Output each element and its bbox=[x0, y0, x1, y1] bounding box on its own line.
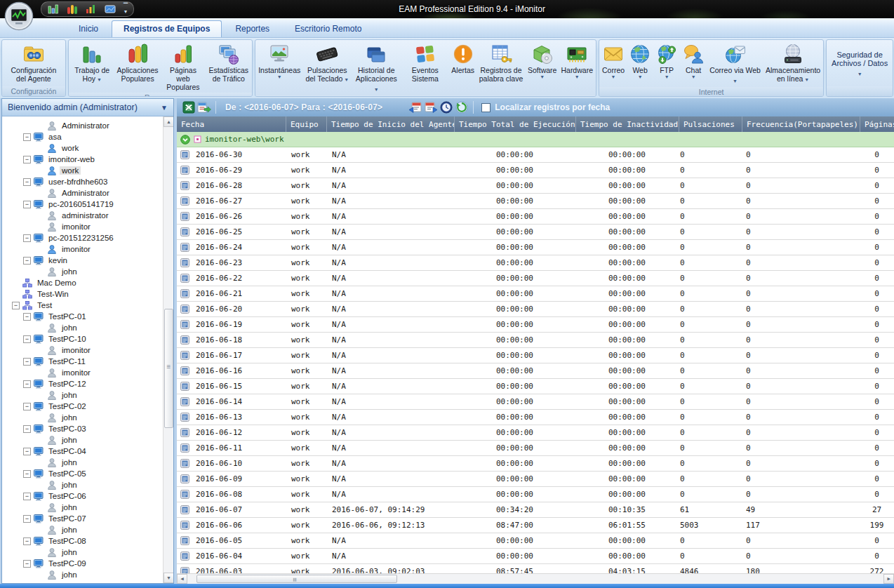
tree-expander-icon[interactable]: − bbox=[23, 358, 31, 366]
tree-item-testpc-09[interactable]: −TestPC-09 bbox=[2, 558, 173, 569]
tree-item-testpc-02[interactable]: −TestPC-02 bbox=[2, 401, 173, 412]
tree-expander-icon[interactable]: − bbox=[23, 515, 31, 523]
collapse-group-icon[interactable] bbox=[180, 135, 190, 145]
tree-item-john[interactable]: john bbox=[2, 389, 173, 401]
tree-item-john[interactable]: john bbox=[2, 412, 173, 423]
ribbon-button-configuraci-n-del-agente[interactable]: Configuración del Agente bbox=[4, 41, 64, 86]
table-row-2016-06-15[interactable]: 2016-06-15workN/A00:00:0000:00:00000 bbox=[177, 379, 894, 394]
ribbon-button-aplicaciones-populares[interactable]: Aplicaciones Populares bbox=[115, 41, 161, 93]
column-header-p-ginas[interactable]: Páginas bbox=[860, 116, 894, 132]
tree-item-testpc-11[interactable]: −TestPC-11 bbox=[2, 356, 173, 367]
prev-date-icon[interactable] bbox=[408, 100, 423, 114]
tree-expander-icon[interactable]: − bbox=[23, 335, 31, 343]
ribbon-button-alertas[interactable]: Alertas bbox=[449, 41, 476, 95]
refresh-icon[interactable] bbox=[454, 100, 469, 114]
table-row-2016-06-09[interactable]: 2016-06-09workN/A00:00:0000:00:00000 bbox=[177, 472, 894, 487]
table-row-2016-06-30[interactable]: 2016-06-30workN/A00:00:0000:00:00000 bbox=[177, 147, 894, 163]
tree-item-asa[interactable]: −asa bbox=[2, 131, 173, 142]
tree-item-john[interactable]: john bbox=[2, 569, 173, 580]
table-row-2016-06-27[interactable]: 2016-06-27workN/A00:00:0000:00:00000 bbox=[177, 194, 894, 209]
ribbon-button-eventos-sistema[interactable]: Eventos Sistema bbox=[401, 41, 449, 95]
column-header-tiempo-de-inicio-del-agente[interactable]: Tiempo de Inicio del Agente bbox=[326, 116, 454, 132]
tree-item-john[interactable]: john bbox=[2, 524, 173, 535]
table-row-2016-06-25[interactable]: 2016-06-25workN/A00:00:0000:00:00000 bbox=[177, 225, 894, 240]
ribbon-button-software[interactable]: Software▼ bbox=[526, 41, 559, 95]
tree-item-administrator[interactable]: Administrator bbox=[2, 187, 173, 199]
tab-escritorio-remoto[interactable]: Escritorio Remoto bbox=[283, 20, 373, 37]
tree-item-test-win[interactable]: Test-Win bbox=[2, 288, 173, 300]
table-row-2016-06-23[interactable]: 2016-06-23workN/A00:00:0000:00:00000 bbox=[177, 255, 894, 271]
tree-item-testpc-06[interactable]: −TestPC-06 bbox=[2, 490, 173, 502]
column-header-frecuencia-portapapeles[interactable]: Frecuencia(Portapapeles) bbox=[742, 116, 860, 132]
ribbon-button-historial-de-aplicaciones[interactable]: Historial de Aplicaciones ▼ bbox=[352, 41, 401, 95]
tree-expander-icon[interactable]: − bbox=[23, 425, 31, 433]
table-row-2016-06-07[interactable]: 2016-06-07work2016-06-07, 09:14:2900:34:… bbox=[177, 502, 894, 518]
tree-expander-icon[interactable]: − bbox=[23, 493, 31, 500]
table-row-2016-06-11[interactable]: 2016-06-11workN/A00:00:0000:00:00000 bbox=[177, 441, 894, 456]
ribbon-button-ftp[interactable]: FTP▼ bbox=[653, 41, 680, 87]
group-state-icon[interactable] bbox=[194, 135, 201, 143]
scroll-right-arrow[interactable]: ▶ bbox=[883, 574, 894, 584]
tree-expander-icon[interactable]: − bbox=[23, 380, 31, 388]
qat-chart-color-icon[interactable] bbox=[65, 2, 80, 16]
tree-item-john[interactable]: john bbox=[2, 547, 173, 558]
ribbon-button-chat[interactable]: Chat▼ bbox=[680, 41, 707, 87]
tree-expander-icon[interactable]: − bbox=[23, 133, 31, 141]
tree-item-work[interactable]: work bbox=[2, 165, 173, 176]
tree-item-testpc-10[interactable]: −TestPC-10 bbox=[2, 333, 173, 345]
tree-item-imonitor[interactable]: imonitor bbox=[2, 367, 173, 378]
tree-item-john[interactable]: john bbox=[2, 502, 173, 513]
tree-expander-icon[interactable]: − bbox=[23, 470, 31, 478]
ribbon-button-pulsaciones-del-teclado[interactable]: Pulsaciones del Teclado ▼ bbox=[302, 41, 352, 95]
next-date-icon[interactable] bbox=[423, 100, 439, 114]
tab-inicio[interactable]: Inicio bbox=[67, 20, 110, 37]
tree-item-testpc-05[interactable]: −TestPC-05 bbox=[2, 468, 173, 479]
table-row-2016-06-28[interactable]: 2016-06-28workN/A00:00:0000:00:00000 bbox=[177, 178, 894, 194]
table-row-2016-06-24[interactable]: 2016-06-24workN/A00:00:0000:00:00000 bbox=[177, 240, 894, 255]
h-scrollbar-thumb[interactable] bbox=[196, 575, 397, 583]
tree-item-imonitor-web[interactable]: −imonitor-web bbox=[2, 154, 173, 165]
tab-reportes[interactable]: Reportes bbox=[223, 20, 281, 37]
tree-scrollbar[interactable]: ▲ ▼ bbox=[163, 116, 173, 583]
tree-item-test[interactable]: −Test bbox=[2, 300, 173, 311]
tree-expander-icon[interactable]: − bbox=[12, 302, 20, 309]
qat-chart-bars-icon[interactable] bbox=[46, 2, 61, 16]
tree-item-administrator[interactable]: administrator bbox=[2, 210, 173, 221]
tree-item-imonitor[interactable]: imonitor bbox=[2, 243, 173, 255]
tab-registros-de-equipos[interactable]: Registros de Equipos bbox=[112, 20, 222, 37]
ribbon-button-correo[interactable]: Correo▼ bbox=[600, 41, 627, 87]
tree-expander-icon[interactable]: − bbox=[23, 257, 31, 265]
column-header-fecha[interactable]: Fecha bbox=[177, 116, 286, 132]
tree-item-testpc-08[interactable]: −TestPC-08 bbox=[2, 535, 173, 547]
tree-expander-icon[interactable]: − bbox=[23, 537, 31, 545]
tree-item-testpc-07[interactable]: −TestPC-07 bbox=[2, 513, 173, 524]
tree-item-john[interactable]: john bbox=[2, 266, 173, 277]
tree-expander-icon[interactable]: − bbox=[23, 234, 31, 242]
table-row-2016-06-22[interactable]: 2016-06-22workN/A00:00:0000:00:00000 bbox=[177, 271, 894, 286]
ribbon-button-hardware[interactable]: Hardware▼ bbox=[559, 41, 595, 95]
column-header-pulsaciones[interactable]: Pulsaciones bbox=[679, 116, 742, 132]
column-header-tiempo-de-inactividad[interactable]: Tiempo de Inactividad bbox=[575, 116, 679, 132]
locate-by-date-checkbox[interactable] bbox=[481, 103, 491, 112]
tree-item-testpc-12[interactable]: −TestPC-12 bbox=[2, 378, 173, 389]
ribbon-button-registros-de-palabra-clave[interactable]: Registros de palabra clave bbox=[476, 41, 526, 95]
sidebar-header[interactable]: Bienvenido admin (Administrator) ▼ bbox=[2, 99, 173, 116]
scroll-down-arrow[interactable]: ▼ bbox=[164, 573, 173, 583]
qat-screen-icon[interactable] bbox=[102, 2, 118, 16]
table-row-2016-06-17[interactable]: 2016-06-17workN/A00:00:0000:00:00000 bbox=[177, 348, 894, 363]
tree-expander-icon[interactable]: − bbox=[23, 201, 31, 208]
table-row-2016-06-05[interactable]: 2016-06-05workN/A00:00:0000:00:00000 bbox=[177, 533, 894, 549]
table-row-2016-06-10[interactable]: 2016-06-10workN/A00:00:0000:00:00000 bbox=[177, 456, 894, 472]
ribbon-button-almacenamiento-en-l-nea[interactable]: Almacenamiento en línea ▼ bbox=[763, 41, 822, 87]
table-row-2016-06-16[interactable]: 2016-06-16workN/A00:00:0000:00:00000 bbox=[177, 363, 894, 379]
table-row-2016-06-20[interactable]: 2016-06-20workN/A00:00:0000:00:00000 bbox=[177, 302, 894, 317]
tree-item-testpc-01[interactable]: −TestPC-01 bbox=[2, 311, 173, 322]
ribbon-button-correo-via-web[interactable]: Correo via Web ▼ bbox=[707, 41, 763, 87]
scroll-left-arrow[interactable]: ◀ bbox=[177, 574, 187, 584]
tree-expander-icon[interactable]: − bbox=[23, 448, 31, 455]
column-header-tiempo-total-de-ejecuci-n[interactable]: Tiempo Total de Ejecución bbox=[454, 116, 575, 132]
app-menu-button[interactable] bbox=[4, 1, 34, 31]
tree-expander-icon[interactable]: − bbox=[23, 313, 31, 321]
scroll-up-arrow[interactable]: ▲ bbox=[164, 116, 173, 127]
qat-chart-small-icon[interactable] bbox=[84, 2, 99, 16]
